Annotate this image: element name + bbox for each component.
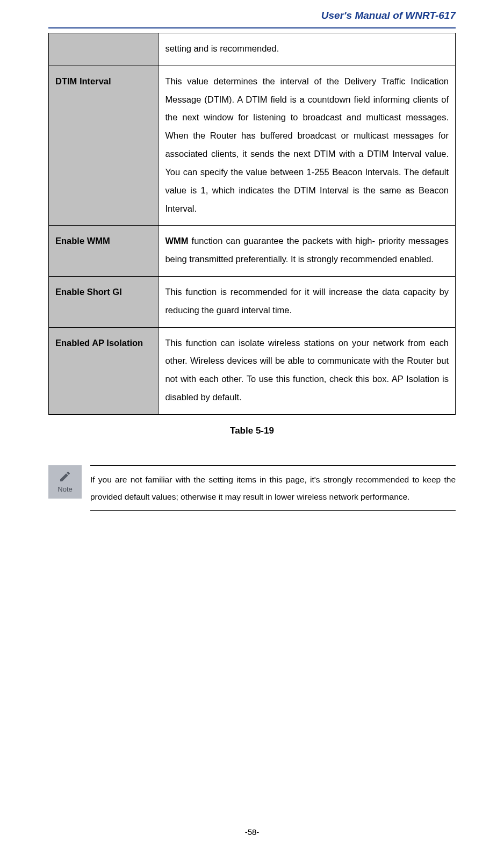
note-rule-top xyxy=(90,465,456,466)
row-label xyxy=(49,33,159,66)
row-label: Enabled AP Isolation xyxy=(49,327,159,414)
header-rule xyxy=(48,27,456,28)
row-description: setting and is recommended. xyxy=(159,33,456,66)
table-row: Enabled AP Isolation This function can i… xyxy=(49,327,456,414)
row-description: This function is recommended for it will… xyxy=(159,276,456,327)
row-description: WMM function can guarantee the packets w… xyxy=(159,226,456,277)
pencil-icon xyxy=(59,470,71,483)
row-label: DTIM Interval xyxy=(49,66,159,226)
row-desc-rest: function can guarantee the packets with … xyxy=(165,236,449,264)
row-description: This value determines the interval of th… xyxy=(159,66,456,226)
note-block: Note If you are not familiar with the se… xyxy=(48,462,456,515)
table-row: setting and is recommended. xyxy=(49,33,456,66)
header-title: User's Manual of WNRT-617 xyxy=(321,10,456,21)
table-row: Enable WMM WMM function can guarantee th… xyxy=(49,226,456,277)
row-label: Enable Short GI xyxy=(49,276,159,327)
row-description: This function can isolate wireless stati… xyxy=(159,327,456,414)
note-text: If you are not familiar with the setting… xyxy=(90,471,456,506)
row-desc-bold: WMM xyxy=(165,236,188,246)
table-row: DTIM Interval This value determines the … xyxy=(49,66,456,226)
table-caption: Table 5-19 xyxy=(0,426,504,436)
note-text-wrap: If you are not familiar with the setting… xyxy=(90,462,456,515)
table-row: Enable Short GI This function is recomme… xyxy=(49,276,456,327)
page-header: User's Manual of WNRT-617 xyxy=(0,0,504,26)
row-label: Enable WMM xyxy=(49,226,159,277)
note-icon: Note xyxy=(48,465,82,499)
settings-table: setting and is recommended. DTIM Interva… xyxy=(48,33,456,415)
note-rule-bottom xyxy=(90,510,456,511)
page-number: -58- xyxy=(0,827,504,837)
note-icon-label: Note xyxy=(57,485,72,493)
